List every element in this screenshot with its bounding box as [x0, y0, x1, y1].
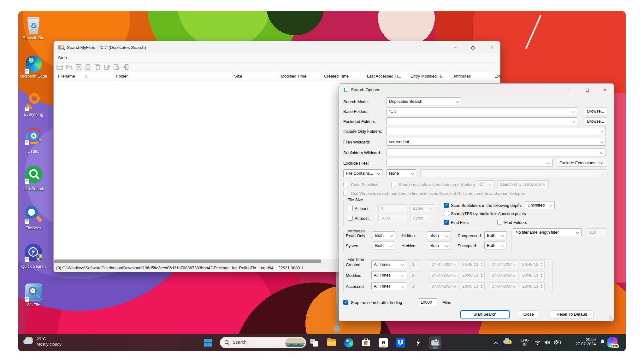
desktop-icon-quick-search[interactable]: ↗ Quick Search	[18, 244, 50, 262]
search-mode-combo[interactable]: Duplicates Search	[387, 97, 461, 105]
accessed-mode-combo[interactable]: All Times	[371, 282, 406, 290]
properties-button[interactable]	[103, 64, 112, 71]
battery-tray-button[interactable]	[554, 340, 562, 346]
base-folders-combo[interactable]: "C:\"	[387, 107, 577, 115]
read-only-combo[interactable]: Both	[373, 231, 395, 239]
created-num-input[interactable]: 1	[410, 260, 421, 268]
weather-widget[interactable]	[23, 337, 34, 347]
maximize-button[interactable]	[466, 41, 480, 54]
start-button[interactable]	[202, 336, 214, 349]
weather-temp[interactable]: 29°C	[37, 337, 46, 341]
at-most-input[interactable]: 1000	[378, 214, 407, 222]
column-attributes[interactable]: Attributes	[452, 72, 493, 80]
desktop-icon-recycle-bin[interactable]: ♻ Recycle Bin	[18, 16, 50, 35]
dropbox-button[interactable]	[394, 336, 407, 349]
accessed-date2-combo[interactable]: 27-07-2024	[489, 282, 518, 290]
hidden-combo[interactable]: Both	[428, 231, 451, 239]
column-filename[interactable]: Filename	[56, 72, 115, 80]
exclude-extensions-list-combo[interactable]: Exclude Extensions List	[557, 159, 606, 167]
scan-ntfs-checkbox[interactable]	[444, 211, 449, 216]
find-files-checkbox[interactable]	[444, 220, 449, 225]
modified-mode-combo[interactable]: All Times	[371, 271, 406, 279]
modified-date1-combo[interactable]: 27-07-2024	[429, 271, 458, 279]
include-only-folders-combo[interactable]	[387, 127, 606, 135]
column-created-time[interactable]: Created Time	[322, 72, 365, 80]
dialog-minimize-button[interactable]: −	[562, 84, 576, 96]
encrypted-combo[interactable]: Both	[484, 242, 506, 249]
subfolder-depth-combo[interactable]: Unlimited	[525, 201, 555, 209]
wifi-tray-button[interactable]	[535, 340, 541, 346]
open-folder-button[interactable]	[66, 64, 74, 71]
at-least-input[interactable]: 0	[378, 204, 407, 212]
dialog-close-action-button[interactable]: Close	[519, 310, 538, 318]
refresh-button[interactable]	[85, 64, 93, 71]
modified-time2-input[interactable]: 20:48:13	[520, 271, 539, 279]
dialog-close-button[interactable]: ×	[598, 84, 612, 96]
archive-combo[interactable]: Both	[428, 242, 451, 249]
filename-length-input[interactable]: 100	[587, 228, 606, 236]
modified-date2-combo[interactable]: 27-07-2024	[489, 271, 518, 279]
modified-time1-spinner[interactable]: ▲▼	[479, 271, 485, 279]
subfolders-wildcard-combo[interactable]	[387, 149, 606, 156]
compressed-combo[interactable]: Both	[484, 231, 506, 239]
created-time2-spinner[interactable]: ▲▼	[539, 260, 545, 268]
choose-columns-button[interactable]	[56, 64, 64, 71]
modified-time1-input[interactable]: 20:48:13	[460, 271, 479, 279]
amazon-button[interactable]: a	[377, 336, 390, 349]
notifications-button[interactable]	[600, 339, 606, 347]
or-combo[interactable]: Or	[477, 180, 495, 188]
exclude-files-combo[interactable]	[387, 159, 552, 167]
accessed-time2-spinner[interactable]: ▲▼	[539, 282, 545, 290]
stop-after-checkbox[interactable]	[343, 300, 348, 305]
html-report-button[interactable]	[113, 64, 121, 71]
created-time2-input[interactable]: 20:48:13	[520, 260, 539, 268]
created-mode-combo[interactable]: All Times	[371, 260, 406, 268]
column-entry-modified-time[interactable]: Entry Modified Ti...	[409, 72, 452, 80]
system-combo[interactable]: Both	[373, 242, 395, 249]
accessed-time1-input[interactable]: 20:48:13	[460, 282, 479, 290]
files-wildcard-combo[interactable]: screenshot	[387, 138, 606, 146]
desktop-icon-ultrasearch[interactable]: ↗ UltraSearch	[18, 166, 50, 184]
modified-time2-spinner[interactable]: ▲▼	[539, 271, 545, 279]
clock-tray-button[interactable]: 20:50 27-07-2024	[569, 337, 596, 346]
filename-length-filter-combo[interactable]: No filename length filter	[513, 228, 582, 236]
contains-text-combo[interactable]	[420, 169, 606, 177]
reset-to-default-button[interactable]: Reset To Default	[550, 310, 594, 318]
case-sensitive-checkbox[interactable]	[343, 182, 348, 187]
weather-desc[interactable]: Mostly cloudy	[37, 342, 62, 347]
start-search-button[interactable]: Start Search	[460, 310, 510, 318]
lightshot-button[interactable]	[411, 336, 424, 349]
onedrive-tray-button[interactable]: !	[503, 338, 512, 345]
at-least-unit-combo[interactable]: Bytes	[410, 204, 434, 212]
desktop-icon-everything[interactable]: ↗ Everything	[18, 93, 50, 111]
dialog-titlebar[interactable]: Search Options − ×	[339, 84, 614, 96]
accessed-time2-input[interactable]: 20:48:13	[520, 282, 539, 290]
at-least-checkbox[interactable]	[348, 206, 353, 211]
accessed-num-input[interactable]: 1	[410, 282, 421, 290]
find-folders-checkbox[interactable]	[497, 220, 502, 225]
scan-subfolders-checkbox[interactable]	[444, 203, 449, 208]
windows-search-handlers-checkbox[interactable]	[343, 191, 348, 196]
copy-button[interactable]	[94, 64, 102, 71]
modified-num-input[interactable]: 1	[410, 271, 421, 279]
file-contains-combo[interactable]: File Contains...	[343, 169, 382, 177]
microsoft-store-button[interactable]	[360, 336, 372, 349]
at-most-unit-combo[interactable]: Bytes	[410, 214, 434, 222]
save-button[interactable]	[75, 64, 83, 71]
created-date2-combo[interactable]: 27-07-2024	[489, 260, 518, 268]
taskbar-search-box[interactable]: Search	[220, 337, 306, 348]
accessed-date1-combo[interactable]: 27-07-2024	[429, 282, 458, 290]
resize-grip[interactable]	[609, 316, 613, 320]
close-button[interactable]: ×	[485, 41, 499, 54]
created-time1-input[interactable]: 20:48:13	[460, 260, 479, 268]
desktop-icon-fileseek[interactable]: ↗ FileSeek	[18, 206, 50, 224]
created-date1-combo[interactable]: 27-07-2024	[429, 260, 458, 268]
window-titlebar[interactable]: SearchMyFiles - "C:\" (Duplicates Search…	[54, 41, 500, 54]
at-most-checkbox[interactable]	[348, 216, 353, 221]
base-folders-browse-button[interactable]: Browse...	[584, 107, 607, 115]
column-folder[interactable]: Folder	[115, 72, 233, 80]
edge-button[interactable]	[342, 336, 355, 349]
created-time1-spinner[interactable]: ▲▼	[479, 260, 485, 268]
tray-chevron-button[interactable]	[493, 340, 498, 346]
major-streams-combo[interactable]: Search only in major str	[497, 180, 549, 188]
